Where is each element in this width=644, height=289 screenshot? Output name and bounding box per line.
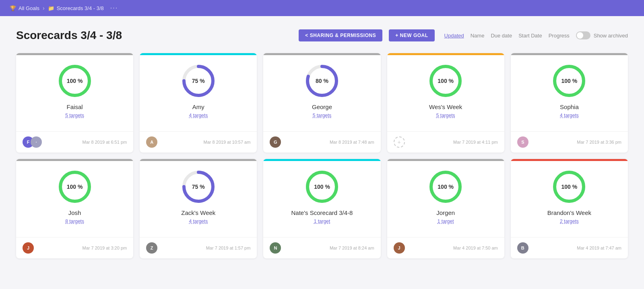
more-options-button[interactable]: ···	[110, 4, 118, 12]
card-faisal[interactable]: 100 % Faisal 5 targets F· Mar 8 2019 at …	[16, 53, 133, 153]
all-goals-nav[interactable]: 🏆 All Goals	[10, 5, 39, 11]
card-body: 100 % Sophia 4 targets	[511, 55, 628, 131]
card-targets[interactable]: 2 targets	[560, 219, 579, 224]
progress-circle: 100 %	[59, 171, 91, 203]
card-body: 100 % Jorgen 1 target	[387, 161, 504, 237]
card-targets[interactable]: 1 target	[314, 219, 330, 224]
sort-option-name[interactable]: Name	[471, 33, 485, 39]
card-footer: + Mar 7 2019 at 4:11 pm	[387, 131, 504, 153]
card-timestamp: Mar 8 2019 at 10:57 am	[204, 140, 251, 144]
avatar: J	[23, 242, 34, 254]
page-title: Scorecards 3/4 - 3/8	[16, 29, 292, 42]
sort-option-updated[interactable]: Updated	[444, 33, 464, 39]
card-george[interactable]: 80 % George 5 targets G Mar 8 2019 at 7:…	[263, 53, 380, 153]
card-name: Jorgen	[436, 209, 455, 216]
trophy-icon: 🏆	[10, 5, 16, 11]
header-row: Scorecards 3/4 - 3/8 < SHARING & PERMISS…	[16, 29, 628, 42]
card-body: 100 % Wes's Week 5 targets	[387, 55, 504, 131]
card-timestamp: Mar 7 2019 at 3:20 pm	[83, 246, 127, 250]
card-name: George	[312, 103, 332, 110]
card-body: 100 % Faisal 5 targets	[16, 55, 133, 131]
card-footer: S Mar 7 2019 at 3:36 pm	[511, 131, 628, 153]
card-targets[interactable]: 5 targets	[313, 113, 332, 118]
avatar-group: F·	[23, 136, 42, 148]
sort-option-due_date[interactable]: Due date	[491, 33, 512, 39]
cards-grid: 100 % Faisal 5 targets F· Mar 8 2019 at …	[16, 53, 628, 258]
sort-option-start_date[interactable]: Start Date	[518, 33, 542, 39]
breadcrumb-label: Scorecards 3/4 - 3/8	[57, 5, 104, 11]
avatar-group: Z	[146, 242, 157, 254]
card-name: Amy	[192, 103, 204, 110]
card-targets[interactable]: 8 targets	[65, 219, 84, 224]
avatar-group: J	[394, 242, 405, 254]
card-timestamp: Mar 8 2019 at 7:48 am	[330, 140, 374, 144]
card-footer: A Mar 8 2019 at 10:57 am	[140, 131, 257, 153]
card-jorgen[interactable]: 100 % Jorgen 1 target J Mar 4 2019 at 7:…	[387, 159, 504, 258]
progress-label: 100 %	[67, 78, 83, 84]
avatar-group: N	[270, 242, 281, 254]
card-name: Nate's Scorecard 3/4-8	[291, 209, 353, 216]
progress-circle: 100 %	[429, 65, 462, 97]
card-brandon-week[interactable]: 100 % Brandon's Week 2 targets B Mar 4 2…	[511, 159, 628, 258]
progress-label: 100 %	[438, 184, 454, 190]
card-footer: F· Mar 8 2019 at 6:51 pm	[16, 131, 133, 153]
card-body: 100 % Josh 8 targets	[16, 161, 133, 237]
progress-label: 100 %	[561, 184, 578, 190]
avatar-group: A	[146, 136, 157, 148]
avatar-group: G	[270, 136, 281, 148]
card-body: 100 % Nate's Scorecard 3/4-8 1 target	[263, 161, 380, 237]
progress-circle: 75 %	[182, 65, 215, 97]
avatar: S	[517, 136, 528, 148]
card-footer: J Mar 4 2019 at 7:50 am	[387, 237, 504, 258]
card-name: Wes's Week	[429, 103, 462, 110]
card-targets[interactable]: 5 targets	[65, 113, 84, 118]
show-archived-container: Show archived	[576, 31, 628, 39]
card-wes-week[interactable]: 100 % Wes's Week 5 targets + Mar 7 2019 …	[387, 53, 504, 153]
card-footer: J Mar 7 2019 at 3:20 pm	[16, 237, 133, 258]
card-timestamp: Mar 7 2019 at 4:11 pm	[453, 140, 498, 144]
card-name: Brandon's Week	[547, 209, 591, 216]
card-body: 80 % George 5 targets	[263, 55, 380, 131]
sharing-permissions-button[interactable]: < SHARING & PERMISSIONS	[299, 29, 382, 41]
card-timestamp: Mar 4 2019 at 7:47 am	[577, 246, 621, 250]
avatar-group: S	[517, 136, 528, 148]
card-targets[interactable]: 4 targets	[189, 219, 208, 224]
card-body: 75 % Amy 4 targets	[140, 55, 257, 131]
card-timestamp: Mar 4 2019 at 7:50 am	[453, 246, 498, 250]
show-archived-label: Show archived	[594, 33, 628, 39]
breadcrumb-nav[interactable]: 📁 Scorecards 3/4 - 3/8	[48, 5, 104, 11]
card-timestamp: Mar 7 2019 at 3:36 pm	[577, 140, 621, 144]
avatar: B	[517, 242, 528, 254]
sort-option-progress[interactable]: Progress	[549, 33, 570, 39]
card-targets[interactable]: 4 targets	[560, 113, 579, 118]
card-amy[interactable]: 75 % Amy 4 targets A Mar 8 2019 at 10:57…	[140, 53, 257, 153]
progress-circle: 100 %	[553, 65, 585, 97]
card-footer: G Mar 8 2019 at 7:48 am	[263, 131, 380, 153]
card-body: 100 % Brandon's Week 2 targets	[511, 161, 628, 237]
card-name: Josh	[68, 209, 81, 216]
card-sophia[interactable]: 100 % Sophia 4 targets S Mar 7 2019 at 3…	[511, 53, 628, 153]
top-nav: 🏆 All Goals › 📁 Scorecards 3/4 - 3/8 ···	[0, 0, 644, 16]
new-goal-button[interactable]: + NEW GOAL	[389, 29, 434, 41]
avatar-group: J	[23, 242, 34, 254]
card-timestamp: Mar 7 2019 at 8:24 am	[330, 246, 374, 250]
card-timestamp: Mar 7 2019 at 1:57 pm	[206, 246, 251, 250]
main-content: Scorecards 3/4 - 3/8 < SHARING & PERMISS…	[0, 16, 644, 275]
avatar-group: B	[517, 242, 528, 254]
progress-label: 80 %	[316, 78, 328, 84]
progress-circle: 75 %	[182, 171, 215, 203]
show-archived-toggle[interactable]	[576, 31, 590, 39]
card-targets[interactable]: 4 targets	[189, 113, 208, 118]
card-targets[interactable]: 1 target	[438, 219, 454, 224]
folder-icon: 📁	[48, 5, 54, 11]
card-name: Sophia	[560, 103, 579, 110]
card-josh[interactable]: 100 % Josh 8 targets J Mar 7 2019 at 3:2…	[16, 159, 133, 258]
card-targets[interactable]: 5 targets	[436, 113, 455, 118]
avatar-placeholder: +	[394, 136, 405, 148]
avatar: ·	[31, 136, 42, 148]
progress-circle: 100 %	[553, 171, 585, 203]
card-zack-week[interactable]: 75 % Zack's Week 4 targets Z Mar 7 2019 …	[140, 159, 257, 258]
progress-label: 75 %	[192, 184, 205, 190]
card-nate-scorecard[interactable]: 100 % Nate's Scorecard 3/4-8 1 target N …	[263, 159, 380, 258]
card-footer: N Mar 7 2019 at 8:24 am	[263, 237, 380, 258]
